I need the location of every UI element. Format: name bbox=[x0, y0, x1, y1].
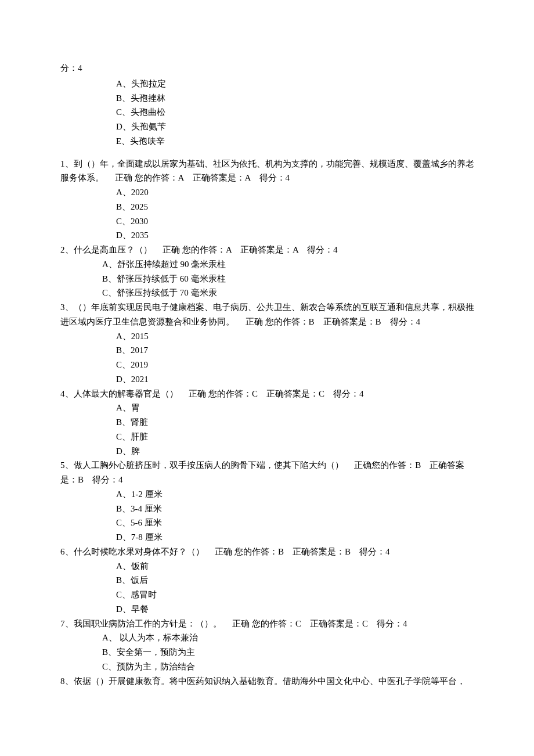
question-option: A、 以人为本，标本兼治 bbox=[60, 631, 482, 645]
question-option: C、预防为主，防治结合 bbox=[60, 660, 482, 674]
question-block: 1、到（）年，全面建成以居家为基础、社区为依托、机构为支撑的，功能完善、规模适度… bbox=[60, 157, 482, 243]
question-option: A、舒张压持续超过 90 毫米汞柱 bbox=[60, 257, 482, 272]
intro-option: A、头孢拉定 bbox=[60, 77, 482, 91]
question-option: B、肾脏 bbox=[60, 415, 482, 430]
question-block: 3、（）年底前实现居民电子健康档案、电子病历、公共卫生、新农合等系统的互联互通和… bbox=[60, 300, 482, 387]
question-option: A、1-2 厘米 bbox=[60, 487, 482, 502]
question-option: D、脾 bbox=[60, 444, 482, 459]
question-option: D、早餐 bbox=[60, 602, 482, 617]
question-text: 8、依据（）开展健康教育。将中医药知识纳入基础教育。借助海外中国文化中心、中医孔… bbox=[60, 674, 482, 689]
question-text: 3、（）年底前实现居民电子健康档案、电子病历、公共卫生、新农合等系统的互联互通和… bbox=[60, 300, 482, 329]
question-option: A、2020 bbox=[60, 185, 482, 200]
question-option: B、舒张压持续低于 60 毫米汞柱 bbox=[60, 272, 482, 286]
intro-option: C、头孢曲松 bbox=[60, 105, 482, 120]
question-text: 6、什么时候吃水果对身体不好？（） 正确 您的作答：B 正确答案是：B 得分：4 bbox=[60, 545, 482, 559]
question-text: 4、人体最大的解毒器官是（） 正确 您的作答：C 正确答案是：C 得分：4 bbox=[60, 387, 482, 401]
question-block: 2、什么是高血压？（） 正确 您的作答：A 正确答案是：A 得分：4A、舒张压持… bbox=[60, 243, 482, 300]
question-option: B、饭后 bbox=[60, 573, 482, 588]
question-block: 8、依据（）开展健康教育。将中医药知识纳入基础教育。借助海外中国文化中心、中医孔… bbox=[60, 674, 482, 689]
question-option: C、5-6 厘米 bbox=[60, 516, 482, 530]
question-option: C、舒张压持续低于 70 毫米汞 bbox=[60, 286, 482, 300]
intro-option: B、头孢挫林 bbox=[60, 91, 482, 106]
question-option: B、安全第一，预防为主 bbox=[60, 645, 482, 660]
question-text: 2、什么是高血压？（） 正确 您的作答：A 正确答案是：A 得分：4 bbox=[60, 243, 482, 257]
intro-block: 分：4 A、头孢拉定 B、头孢挫林 C、头孢曲松 D、头孢氨苄 E、头孢呋辛 bbox=[60, 61, 482, 149]
question-option: B、2017 bbox=[60, 343, 482, 358]
question-option: D、2035 bbox=[60, 228, 482, 243]
question-option: D、2021 bbox=[60, 372, 482, 387]
question-option: B、2025 bbox=[60, 200, 482, 214]
question-option: C、感冒时 bbox=[60, 588, 482, 602]
question-option: D、7-8 厘米 bbox=[60, 530, 482, 545]
score-prefix: 分：4 bbox=[60, 61, 482, 75]
question-option: C、2019 bbox=[60, 358, 482, 372]
questions-container: 1、到（）年，全面建成以居家为基础、社区为依托、机构为支撑的，功能完善、规模适度… bbox=[60, 157, 482, 689]
question-option: A、2015 bbox=[60, 329, 482, 344]
question-option: C、2030 bbox=[60, 214, 482, 229]
intro-option: D、头孢氨苄 bbox=[60, 120, 482, 134]
question-block: 6、什么时候吃水果对身体不好？（） 正确 您的作答：B 正确答案是：B 得分：4… bbox=[60, 545, 482, 617]
question-option: B、3-4 厘米 bbox=[60, 502, 482, 516]
intro-option: E、头孢呋辛 bbox=[60, 134, 482, 149]
question-block: 5、做人工胸外心脏挤压时，双手按压病人的胸骨下端，使其下陷大约（） 正确您的作答… bbox=[60, 458, 482, 545]
question-text: 7、我国职业病防治工作的方针是：（）。 正确 您的作答：C 正确答案是：C 得分… bbox=[60, 617, 482, 631]
question-block: 7、我国职业病防治工作的方针是：（）。 正确 您的作答：C 正确答案是：C 得分… bbox=[60, 617, 482, 674]
question-text: 1、到（）年，全面建成以居家为基础、社区为依托、机构为支撑的，功能完善、规模适度… bbox=[60, 157, 482, 186]
question-option: A、胃 bbox=[60, 401, 482, 415]
question-option: A、饭前 bbox=[60, 559, 482, 574]
question-text: 5、做人工胸外心脏挤压时，双手按压病人的胸骨下端，使其下陷大约（） 正确您的作答… bbox=[60, 458, 482, 487]
question-block: 4、人体最大的解毒器官是（） 正确 您的作答：C 正确答案是：C 得分：4A、胃… bbox=[60, 387, 482, 459]
question-option: C、肝脏 bbox=[60, 430, 482, 444]
